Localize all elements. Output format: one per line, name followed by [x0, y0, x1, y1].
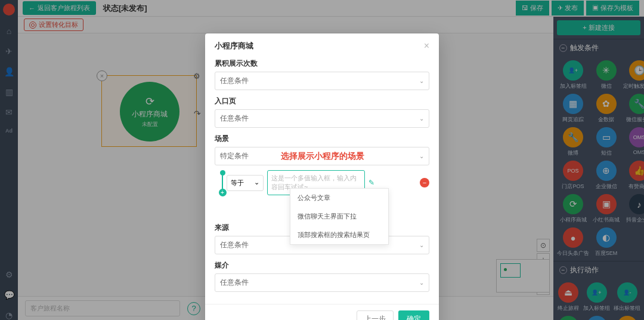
edit-icon[interactable]: ✎	[369, 179, 374, 187]
select-medium[interactable]: 任意条件⌄	[215, 273, 429, 292]
operator-select[interactable]: 等于⌄	[227, 175, 264, 191]
condition-timeline: +	[218, 170, 227, 207]
modal-close-icon[interactable]: ×	[424, 41, 429, 51]
field-label-scene: 场景	[215, 134, 429, 144]
modal-overlay: 小程序商城 × 累积展示次数 任意条件⌄ 入口页 任意条件⌄ 场景 特定条件 选…	[0, 0, 644, 320]
scene-options-dropdown: 公众号文章 微信聊天主界面下拉 顶部搜索框的搜索结果页	[290, 188, 389, 245]
annotation-text: 选择展示小程序的场景	[281, 151, 364, 162]
field-label-medium: 媒介	[215, 260, 429, 270]
prev-step-button[interactable]: 上一步	[357, 310, 394, 320]
chevron-down-icon: ⌄	[254, 179, 259, 187]
select-scene[interactable]: 特定条件 选择展示小程序的场景 ⌄	[215, 147, 429, 165]
dropdown-option[interactable]: 公众号文章	[290, 189, 388, 207]
chevron-down-icon: ⌄	[419, 78, 424, 84]
chevron-down-icon: ⌄	[419, 153, 424, 159]
chevron-down-icon: ⌄	[419, 115, 424, 122]
field-label-entry-page: 入口页	[215, 96, 429, 106]
add-condition-button[interactable]: +	[219, 189, 227, 196]
chevron-down-icon: ⌄	[419, 279, 424, 286]
modal-title: 小程序商城	[215, 41, 253, 51]
config-modal: 小程序商城 × 累积展示次数 任意条件⌄ 入口页 任意条件⌄ 场景 特定条件 选…	[205, 33, 439, 320]
select-show-count[interactable]: 任意条件⌄	[215, 72, 429, 90]
remove-condition-icon[interactable]: −	[420, 178, 429, 187]
field-label-show-count: 累积展示次数	[215, 59, 429, 69]
dropdown-option[interactable]: 顶部搜索框的搜索结果页	[290, 226, 388, 244]
chevron-down-icon: ⌄	[419, 242, 424, 248]
confirm-button[interactable]: 确定	[398, 310, 429, 320]
dropdown-option[interactable]: 微信聊天主界面下拉	[290, 207, 388, 226]
select-entry-page[interactable]: 任意条件⌄	[215, 109, 429, 128]
